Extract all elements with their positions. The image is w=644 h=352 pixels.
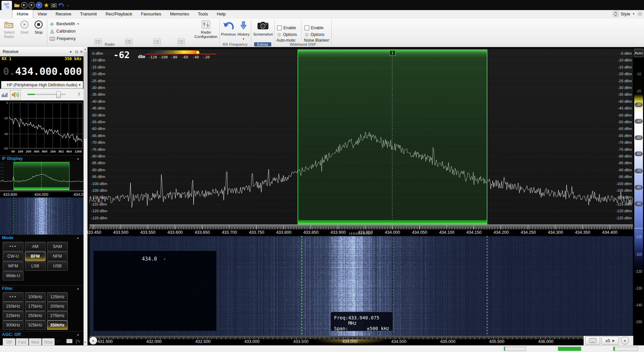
scroll-left-button[interactable]: « <box>89 337 97 345</box>
collapse-icon[interactable]: ▲ <box>76 285 79 292</box>
dbm-label-right: -5 dBm <box>615 51 632 55</box>
mode-bfm[interactable]: BFM <box>25 252 46 261</box>
start-button[interactable]: Start <box>18 19 31 42</box>
noise-blanker-label: Noise Blanker: <box>304 38 330 43</box>
style-label[interactable]: Style <box>621 11 630 16</box>
filter-175khz[interactable]: 175kHz <box>25 302 46 311</box>
scrollbar-down-icon[interactable]: ▼ <box>84 340 87 345</box>
mute-speaker-button[interactable] <box>10 90 21 99</box>
noise-blanker-options-button[interactable]: Options <box>305 31 324 38</box>
previous-button[interactable]: Previous <box>221 19 236 42</box>
tab-help[interactable]: Help <box>212 10 230 18</box>
agc-section-header[interactable]: AGC: Off ▲ <box>0 331 84 337</box>
audio-device-value: HP (Périphérique High Definition Audio) <box>7 83 77 87</box>
history-button[interactable]: History ▼ <box>237 19 250 42</box>
collapse-icon[interactable]: ▲ <box>76 235 79 241</box>
agc-scope-icon[interactable]: |∿ <box>76 339 80 344</box>
filter-250khz[interactable]: 250kHz <box>25 311 46 320</box>
mode-wfm[interactable]: WFM <box>3 261 23 271</box>
agc-undo-icon[interactable] <box>56 339 62 344</box>
panel-float-icon[interactable]: ⊡ <box>75 50 78 54</box>
collapse-icon[interactable]: ▲ <box>76 332 79 338</box>
tab-home[interactable]: Home <box>12 10 33 18</box>
dbm-label-right: -20 dBm <box>615 72 632 76</box>
palette-gradient[interactable] <box>634 58 643 336</box>
spectrum-frequency-tick: 434.150 <box>466 230 481 235</box>
stop-button[interactable]: Stop <box>32 19 45 42</box>
mode-section-header[interactable]: Mode ▲ <box>0 234 84 240</box>
tab-rec-playback[interactable]: Rec/Playback <box>101 10 137 18</box>
tab-favourites[interactable]: Favourites <box>137 10 166 18</box>
camera-icon[interactable] <box>50 2 57 8</box>
filter-225khz[interactable]: 225kHz <box>3 311 23 320</box>
mode-wideu[interactable]: Wide-U <box>3 271 23 280</box>
panel-close-icon[interactable]: ✕ <box>80 50 83 54</box>
frequency-button[interactable]: Frequency <box>50 35 76 42</box>
rx-marker[interactable]: 1 <box>389 50 395 56</box>
filter-section-header[interactable]: Filter ▲ <box>0 285 84 291</box>
panel-menu-icon[interactable]: ▾ <box>70 50 72 54</box>
quick-access-dropdown-icon[interactable]: ⌄ <box>64 2 71 8</box>
audio-device-select[interactable]: HP (Périphérique High Definition Audio) … <box>1 81 83 89</box>
spectrum-frequency-ruler[interactable] <box>90 224 633 229</box>
select-radio-button[interactable]: Select Radio <box>1 19 17 42</box>
waterfall-frequency-ruler[interactable] <box>90 336 584 339</box>
gear-icon[interactable] <box>637 11 643 17</box>
auto-mute-options-button[interactable]: Options <box>277 31 297 38</box>
scroll-right-button[interactable]: » <box>621 337 629 345</box>
filter-125khz[interactable]: 125kHz <box>47 292 68 302</box>
bandwidth-button[interactable]: Bandwidth▼ <box>50 20 79 27</box>
auto-mute-enable-checkbox[interactable]: Enable <box>277 25 296 31</box>
mode-[interactable]: ••• <box>3 242 23 251</box>
open-folder-icon[interactable] <box>13 2 20 8</box>
filter-300khz[interactable]: 300kHz <box>3 320 23 330</box>
noise-blanker-enable-checkbox[interactable]: Enable <box>305 25 323 31</box>
mode-cwu[interactable]: CW-U <box>3 252 23 261</box>
filter-350khz[interactable]: 350kHz <box>47 320 68 330</box>
filter-325khz[interactable]: 325kHz <box>25 320 46 330</box>
volume-slider[interactable] <box>28 94 66 95</box>
equalizer-icon[interactable] <box>2 92 8 97</box>
if-frequency-tick: 434.200 <box>73 192 84 196</box>
agc-mail-icon[interactable] <box>66 339 72 343</box>
style-caret-icon[interactable]: ▼ <box>632 12 635 15</box>
dbm-label-right: -55 dBm <box>615 120 632 124</box>
collapse-ribbon-icon[interactable] <box>613 11 619 17</box>
calibration-button[interactable]: Calibration <box>50 28 75 35</box>
mode-am[interactable]: AM <box>25 242 46 251</box>
tab-view[interactable]: View <box>33 10 51 18</box>
collapse-icon[interactable]: ▲ <box>76 156 79 162</box>
waterfall-frequency-tick: 434.500 <box>391 339 406 344</box>
undo-icon[interactable] <box>58 2 64 8</box>
mode-nfm[interactable]: NFM <box>47 252 68 261</box>
filter-200khz[interactable]: 200kHz <box>47 302 68 311</box>
favourite-star-icon[interactable]: ★ <box>43 2 50 8</box>
passband-selection[interactable] <box>298 49 487 224</box>
filter-[interactable]: ••• <box>3 292 23 302</box>
filter-275khz[interactable]: 275kHz <box>47 311 68 320</box>
add-icon[interactable]: + <box>36 2 42 8</box>
mode-usb[interactable]: USB <box>47 261 68 271</box>
start-icon[interactable]: ▶ <box>21 2 28 8</box>
screenshot-button[interactable]: Screenshot <box>252 19 274 42</box>
zoom-factor-button[interactable]: x5 ▶ <box>601 337 619 345</box>
mode-sam[interactable]: SAM <box>47 242 68 251</box>
filter-150khz[interactable]: 150kHz <box>3 302 23 311</box>
tab-tools[interactable]: Tools <box>194 10 212 18</box>
tab-memories[interactable]: Memories <box>166 10 194 18</box>
if-display-header[interactable]: IF Display ▲ <box>0 155 84 161</box>
scrollbar-up-icon[interactable]: ▲ <box>84 47 87 52</box>
keyboard-entry-button[interactable] <box>585 337 600 345</box>
stop-icon[interactable]: ■ <box>28 2 35 8</box>
radio-configuration-button[interactable]: Radio Configuration <box>193 19 219 42</box>
frequency-display[interactable]: 0.434.000.000 <box>0 62 84 81</box>
ruler-drag-dots[interactable] <box>350 232 372 235</box>
tab-transmit[interactable]: Transmit <box>76 10 101 18</box>
app-menu-button[interactable] <box>1 1 12 10</box>
auto-range-button[interactable]: Auto <box>634 49 643 57</box>
filter-100khz[interactable]: 100kHz <box>25 292 46 302</box>
tab-receive[interactable]: Receive <box>51 10 76 18</box>
panel-scrollbar-thumb[interactable] <box>84 52 87 139</box>
volume-slider-handle[interactable] <box>56 91 61 98</box>
mode-lsb[interactable]: LSB <box>25 261 46 271</box>
